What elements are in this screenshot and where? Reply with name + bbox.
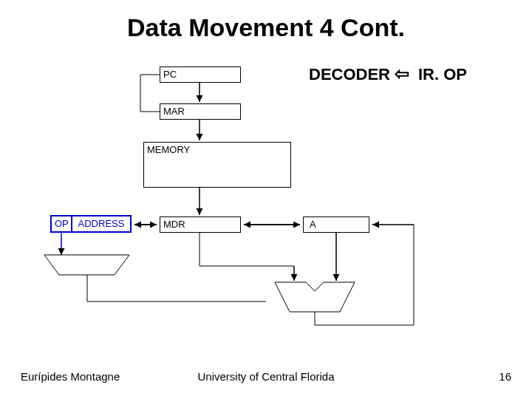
a-box: A <box>303 216 369 233</box>
memory-box: MEMORY <box>143 142 291 188</box>
memory-label: MEMORY <box>147 144 190 155</box>
decoder-label: Decoder <box>74 260 113 272</box>
pc-label: PC <box>163 69 177 80</box>
arrow-left-icon: ⇦ <box>395 64 409 84</box>
op-box: OP <box>50 215 72 233</box>
mdr-box: MDR <box>160 216 241 233</box>
footer-affiliation: University of Central Florida <box>0 370 532 383</box>
op-label: OP <box>55 218 69 229</box>
footer-page-number: 16 <box>499 370 511 383</box>
mar-label: MAR <box>163 106 185 117</box>
pc-box: PC <box>160 66 241 83</box>
slide-title: Data Movement 4 Cont. <box>0 13 532 42</box>
subtitle-irop: IR. OP <box>418 65 467 84</box>
subtitle-decoder: DECODER <box>309 65 390 84</box>
alu-label: A L U <box>300 296 330 307</box>
a-label: A <box>307 219 316 230</box>
mdr-label: MDR <box>163 219 185 230</box>
address-label: ADDRESS <box>78 218 125 229</box>
address-box: ADDRESS <box>72 215 132 233</box>
diagram-wires <box>0 0 532 399</box>
mar-box: MAR <box>160 103 241 120</box>
